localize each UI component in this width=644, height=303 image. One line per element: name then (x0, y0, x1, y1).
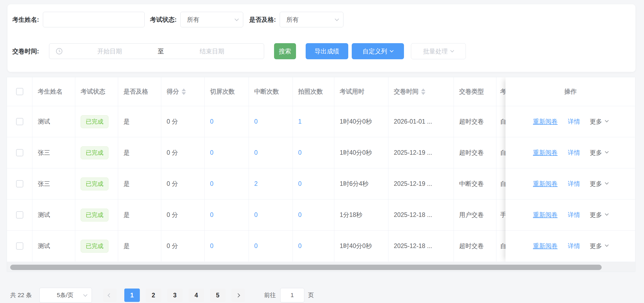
pass-cell: 是 (118, 168, 161, 199)
submit-time-cell: 2025-12-19 ... (388, 137, 454, 168)
regrade-link[interactable]: 重新阅卷 (533, 211, 558, 219)
page-button-4[interactable]: 4 (189, 289, 204, 302)
screen-switch-count-link[interactable]: 0 (210, 180, 214, 187)
regrade-link[interactable]: 重新阅卷 (533, 242, 558, 250)
score-cell: 0 分 (161, 199, 205, 230)
status-badge: 已完成 (81, 240, 108, 253)
status-badge: 已完成 (81, 178, 108, 190)
regrade-link[interactable]: 重新阅卷 (533, 180, 558, 188)
interruption-count-link[interactable]: 0 (254, 242, 258, 250)
examinee-name-cell: 测试 (32, 231, 75, 261)
page-size-select[interactable]: 5条/页 (39, 288, 92, 303)
status-badge: 已完成 (81, 209, 108, 221)
more-button[interactable]: 更多 (590, 149, 608, 157)
more-button[interactable]: 更多 (590, 211, 608, 219)
horizontal-scrollbar-thumb[interactable] (10, 265, 602, 270)
screen-switch-count-link[interactable]: 0 (210, 149, 214, 156)
date-end-placeholder[interactable]: 结束日期 (166, 47, 259, 56)
next-page-button[interactable] (231, 289, 245, 302)
screen-switch-count-link[interactable]: 0 (210, 118, 214, 125)
clipped-cell: 自 (496, 106, 506, 137)
score-cell: 0 分 (161, 231, 205, 261)
examinee-name-cell: 测试 (32, 199, 75, 230)
sort-icon[interactable] (421, 88, 425, 95)
detail-link[interactable]: 详情 (568, 149, 580, 157)
detail-link[interactable]: 详情 (568, 180, 580, 188)
chevron-down-icon (335, 17, 339, 21)
duration-cell: 1时40分0秒 (334, 137, 388, 168)
col-header-screen-switches: 切屏次数 (205, 77, 249, 106)
row-checkbox[interactable] (16, 211, 23, 219)
photo-count-link[interactable]: 0 (298, 211, 302, 219)
duration-cell: 1时40分0秒 (334, 231, 388, 261)
date-start-placeholder[interactable]: 开始日期 (63, 47, 156, 56)
examinee-name-label: 考生姓名: (12, 16, 39, 24)
interruption-count-link[interactable]: 2 (254, 180, 258, 187)
chevron-down-icon (605, 150, 608, 153)
row-checkbox[interactable] (16, 180, 23, 187)
photo-count-link[interactable]: 0 (298, 149, 302, 156)
results-table: 考生姓名 考试状态 是否及格 得分 切屏次数 中断次数 拍照次数 考试用时 交卷… (7, 77, 635, 272)
col-header-score[interactable]: 得分 (161, 77, 205, 106)
photo-count-link[interactable]: 0 (298, 180, 302, 187)
examinee-name-input[interactable] (43, 12, 145, 27)
page-button-5[interactable]: 5 (210, 289, 226, 302)
col-header-operations: 操作 (506, 77, 635, 106)
chevron-down-icon (605, 181, 608, 184)
page-button-1[interactable]: 1 (124, 289, 140, 302)
select-all-checkbox[interactable] (16, 88, 23, 95)
export-scores-button[interactable]: 导出成绩 (306, 43, 348, 59)
row-actions: 重新阅卷 详情 更多 (506, 137, 635, 168)
date-range-picker[interactable]: 开始日期 至 结束日期 (49, 43, 264, 59)
more-button[interactable]: 更多 (590, 117, 608, 126)
detail-link[interactable]: 详情 (568, 117, 580, 126)
goto-page-input[interactable] (280, 288, 304, 302)
horizontal-scrollbar-track[interactable] (7, 262, 635, 272)
submit-type-cell: 用户交卷 (454, 199, 496, 230)
interruption-count-link[interactable]: 0 (254, 118, 258, 125)
row-actions: 重新阅卷 详情 更多 (506, 199, 635, 231)
row-checkbox[interactable] (16, 149, 23, 156)
detail-link[interactable]: 详情 (568, 242, 580, 250)
score-cell: 0 分 (161, 137, 205, 168)
detail-link[interactable]: 详情 (568, 211, 580, 219)
custom-columns-button[interactable]: 自定义列 (352, 43, 404, 59)
screen-switch-count-link[interactable]: 0 (210, 242, 214, 250)
page-button-2[interactable]: 2 (146, 289, 161, 302)
page-button-3[interactable]: 3 (167, 289, 183, 302)
chevron-down-icon (605, 243, 608, 247)
more-button[interactable]: 更多 (590, 180, 608, 188)
search-button[interactable]: 搜索 (274, 43, 296, 59)
chevron-left-icon (108, 293, 112, 297)
col-header-examinee-name: 考生姓名 (32, 77, 75, 106)
sort-icon[interactable] (182, 88, 186, 95)
regrade-link[interactable]: 重新阅卷 (533, 117, 558, 126)
submit-time-cell: 2025-12-19 ... (388, 168, 454, 199)
submit-time-cell: 2025-12-18 ... (388, 231, 454, 261)
interruption-count-link[interactable]: 0 (254, 211, 258, 219)
row-actions: 重新阅卷 详情 更多 (506, 106, 635, 137)
chevron-down-icon (450, 49, 454, 52)
exam-status-select[interactable]: 所有 (180, 12, 243, 27)
filter-row-2: 交卷时间: 开始日期 至 结束日期 搜索 导出成绩 自定义列 批量处理 (12, 43, 466, 60)
col-header-submit-time[interactable]: 交卷时间 (388, 77, 454, 106)
photo-count-link[interactable]: 1 (298, 118, 302, 125)
clipped-cell: 自 (496, 137, 506, 168)
row-actions: 重新阅卷 详情 更多 (506, 231, 635, 262)
row-checkbox[interactable] (16, 118, 23, 125)
screen-switch-count-link[interactable]: 0 (210, 211, 214, 219)
duration-cell: 1分18秒 (334, 199, 388, 230)
interruption-count-link[interactable]: 0 (254, 149, 258, 156)
goto-label: 前往 (264, 291, 276, 299)
photo-count-link[interactable]: 0 (298, 242, 302, 250)
more-button[interactable]: 更多 (590, 242, 608, 250)
submit-time-label: 交卷时间: (12, 47, 39, 56)
pass-status-select[interactable]: 所有 (280, 12, 343, 27)
regrade-link[interactable]: 重新阅卷 (533, 149, 558, 157)
batch-process-button[interactable]: 批量处理 (411, 43, 466, 59)
status-badge: 已完成 (81, 146, 108, 159)
submit-type-cell: 超时交卷 (454, 137, 496, 168)
row-checkbox[interactable] (16, 242, 23, 250)
prev-page-button[interactable] (103, 289, 117, 302)
submit-time-cell: 2025-12-18 ... (388, 199, 454, 230)
